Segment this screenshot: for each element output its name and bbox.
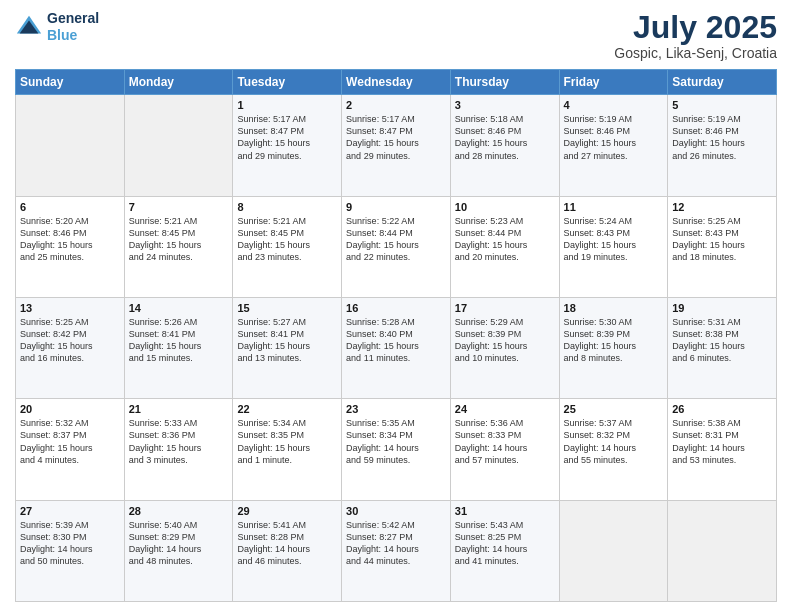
calendar-cell: 13Sunrise: 5:25 AM Sunset: 8:42 PM Dayli… bbox=[16, 297, 125, 398]
calendar-cell: 2Sunrise: 5:17 AM Sunset: 8:47 PM Daylig… bbox=[342, 95, 451, 196]
cell-content: Sunrise: 5:22 AM Sunset: 8:44 PM Dayligh… bbox=[346, 215, 446, 264]
day-number: 27 bbox=[20, 505, 120, 517]
cell-content: Sunrise: 5:39 AM Sunset: 8:30 PM Dayligh… bbox=[20, 519, 120, 568]
logo: General Blue bbox=[15, 10, 99, 44]
day-number: 29 bbox=[237, 505, 337, 517]
calendar-cell: 27Sunrise: 5:39 AM Sunset: 8:30 PM Dayli… bbox=[16, 500, 125, 601]
calendar-cell: 19Sunrise: 5:31 AM Sunset: 8:38 PM Dayli… bbox=[668, 297, 777, 398]
day-number: 15 bbox=[237, 302, 337, 314]
day-number: 13 bbox=[20, 302, 120, 314]
calendar-week-row: 27Sunrise: 5:39 AM Sunset: 8:30 PM Dayli… bbox=[16, 500, 777, 601]
cell-content: Sunrise: 5:25 AM Sunset: 8:43 PM Dayligh… bbox=[672, 215, 772, 264]
calendar-cell: 15Sunrise: 5:27 AM Sunset: 8:41 PM Dayli… bbox=[233, 297, 342, 398]
day-number: 4 bbox=[564, 99, 664, 111]
calendar-cell: 5Sunrise: 5:19 AM Sunset: 8:46 PM Daylig… bbox=[668, 95, 777, 196]
cell-content: Sunrise: 5:19 AM Sunset: 8:46 PM Dayligh… bbox=[564, 113, 664, 162]
day-number: 9 bbox=[346, 201, 446, 213]
calendar-cell: 29Sunrise: 5:41 AM Sunset: 8:28 PM Dayli… bbox=[233, 500, 342, 601]
day-number: 12 bbox=[672, 201, 772, 213]
calendar-cell: 26Sunrise: 5:38 AM Sunset: 8:31 PM Dayli… bbox=[668, 399, 777, 500]
calendar-day-header: Thursday bbox=[450, 70, 559, 95]
calendar-table: SundayMondayTuesdayWednesdayThursdayFrid… bbox=[15, 69, 777, 602]
page: General Blue July 2025 Gospic, Lika-Senj… bbox=[0, 0, 792, 612]
calendar-cell: 12Sunrise: 5:25 AM Sunset: 8:43 PM Dayli… bbox=[668, 196, 777, 297]
calendar-cell: 20Sunrise: 5:32 AM Sunset: 8:37 PM Dayli… bbox=[16, 399, 125, 500]
calendar-cell: 18Sunrise: 5:30 AM Sunset: 8:39 PM Dayli… bbox=[559, 297, 668, 398]
calendar-day-header: Tuesday bbox=[233, 70, 342, 95]
cell-content: Sunrise: 5:21 AM Sunset: 8:45 PM Dayligh… bbox=[237, 215, 337, 264]
day-number: 18 bbox=[564, 302, 664, 314]
calendar-cell: 24Sunrise: 5:36 AM Sunset: 8:33 PM Dayli… bbox=[450, 399, 559, 500]
calendar-cell: 31Sunrise: 5:43 AM Sunset: 8:25 PM Dayli… bbox=[450, 500, 559, 601]
day-number: 23 bbox=[346, 403, 446, 415]
calendar-header-row: SundayMondayTuesdayWednesdayThursdayFrid… bbox=[16, 70, 777, 95]
cell-content: Sunrise: 5:32 AM Sunset: 8:37 PM Dayligh… bbox=[20, 417, 120, 466]
cell-content: Sunrise: 5:21 AM Sunset: 8:45 PM Dayligh… bbox=[129, 215, 229, 264]
title-block: July 2025 Gospic, Lika-Senj, Croatia bbox=[614, 10, 777, 61]
cell-content: Sunrise: 5:37 AM Sunset: 8:32 PM Dayligh… bbox=[564, 417, 664, 466]
cell-content: Sunrise: 5:41 AM Sunset: 8:28 PM Dayligh… bbox=[237, 519, 337, 568]
logo-line1: General bbox=[47, 10, 99, 27]
cell-content: Sunrise: 5:17 AM Sunset: 8:47 PM Dayligh… bbox=[237, 113, 337, 162]
calendar-week-row: 20Sunrise: 5:32 AM Sunset: 8:37 PM Dayli… bbox=[16, 399, 777, 500]
day-number: 26 bbox=[672, 403, 772, 415]
cell-content: Sunrise: 5:42 AM Sunset: 8:27 PM Dayligh… bbox=[346, 519, 446, 568]
day-number: 2 bbox=[346, 99, 446, 111]
day-number: 17 bbox=[455, 302, 555, 314]
logo-text: General Blue bbox=[47, 10, 99, 44]
calendar-cell bbox=[559, 500, 668, 601]
cell-content: Sunrise: 5:36 AM Sunset: 8:33 PM Dayligh… bbox=[455, 417, 555, 466]
calendar-day-header: Wednesday bbox=[342, 70, 451, 95]
calendar-cell: 9Sunrise: 5:22 AM Sunset: 8:44 PM Daylig… bbox=[342, 196, 451, 297]
day-number: 21 bbox=[129, 403, 229, 415]
calendar-week-row: 6Sunrise: 5:20 AM Sunset: 8:46 PM Daylig… bbox=[16, 196, 777, 297]
calendar-week-row: 1Sunrise: 5:17 AM Sunset: 8:47 PM Daylig… bbox=[16, 95, 777, 196]
calendar-cell bbox=[668, 500, 777, 601]
day-number: 28 bbox=[129, 505, 229, 517]
calendar-cell: 23Sunrise: 5:35 AM Sunset: 8:34 PM Dayli… bbox=[342, 399, 451, 500]
calendar-cell: 21Sunrise: 5:33 AM Sunset: 8:36 PM Dayli… bbox=[124, 399, 233, 500]
cell-content: Sunrise: 5:38 AM Sunset: 8:31 PM Dayligh… bbox=[672, 417, 772, 466]
day-number: 6 bbox=[20, 201, 120, 213]
day-number: 8 bbox=[237, 201, 337, 213]
calendar-cell: 8Sunrise: 5:21 AM Sunset: 8:45 PM Daylig… bbox=[233, 196, 342, 297]
day-number: 19 bbox=[672, 302, 772, 314]
cell-content: Sunrise: 5:17 AM Sunset: 8:47 PM Dayligh… bbox=[346, 113, 446, 162]
cell-content: Sunrise: 5:43 AM Sunset: 8:25 PM Dayligh… bbox=[455, 519, 555, 568]
calendar-day-header: Monday bbox=[124, 70, 233, 95]
cell-content: Sunrise: 5:28 AM Sunset: 8:40 PM Dayligh… bbox=[346, 316, 446, 365]
calendar-cell: 3Sunrise: 5:18 AM Sunset: 8:46 PM Daylig… bbox=[450, 95, 559, 196]
calendar-cell: 7Sunrise: 5:21 AM Sunset: 8:45 PM Daylig… bbox=[124, 196, 233, 297]
day-number: 7 bbox=[129, 201, 229, 213]
cell-content: Sunrise: 5:29 AM Sunset: 8:39 PM Dayligh… bbox=[455, 316, 555, 365]
calendar-cell: 28Sunrise: 5:40 AM Sunset: 8:29 PM Dayli… bbox=[124, 500, 233, 601]
cell-content: Sunrise: 5:40 AM Sunset: 8:29 PM Dayligh… bbox=[129, 519, 229, 568]
calendar-cell: 30Sunrise: 5:42 AM Sunset: 8:27 PM Dayli… bbox=[342, 500, 451, 601]
calendar-cell: 10Sunrise: 5:23 AM Sunset: 8:44 PM Dayli… bbox=[450, 196, 559, 297]
cell-content: Sunrise: 5:18 AM Sunset: 8:46 PM Dayligh… bbox=[455, 113, 555, 162]
cell-content: Sunrise: 5:35 AM Sunset: 8:34 PM Dayligh… bbox=[346, 417, 446, 466]
cell-content: Sunrise: 5:20 AM Sunset: 8:46 PM Dayligh… bbox=[20, 215, 120, 264]
calendar-cell: 25Sunrise: 5:37 AM Sunset: 8:32 PM Dayli… bbox=[559, 399, 668, 500]
calendar-day-header: Sunday bbox=[16, 70, 125, 95]
cell-content: Sunrise: 5:30 AM Sunset: 8:39 PM Dayligh… bbox=[564, 316, 664, 365]
cell-content: Sunrise: 5:26 AM Sunset: 8:41 PM Dayligh… bbox=[129, 316, 229, 365]
calendar-cell bbox=[124, 95, 233, 196]
calendar-cell: 4Sunrise: 5:19 AM Sunset: 8:46 PM Daylig… bbox=[559, 95, 668, 196]
logo-icon bbox=[15, 13, 43, 41]
cell-content: Sunrise: 5:31 AM Sunset: 8:38 PM Dayligh… bbox=[672, 316, 772, 365]
cell-content: Sunrise: 5:27 AM Sunset: 8:41 PM Dayligh… bbox=[237, 316, 337, 365]
calendar-day-header: Friday bbox=[559, 70, 668, 95]
calendar-cell: 6Sunrise: 5:20 AM Sunset: 8:46 PM Daylig… bbox=[16, 196, 125, 297]
cell-content: Sunrise: 5:25 AM Sunset: 8:42 PM Dayligh… bbox=[20, 316, 120, 365]
calendar-week-row: 13Sunrise: 5:25 AM Sunset: 8:42 PM Dayli… bbox=[16, 297, 777, 398]
calendar-cell: 11Sunrise: 5:24 AM Sunset: 8:43 PM Dayli… bbox=[559, 196, 668, 297]
location: Gospic, Lika-Senj, Croatia bbox=[614, 45, 777, 61]
day-number: 14 bbox=[129, 302, 229, 314]
cell-content: Sunrise: 5:19 AM Sunset: 8:46 PM Dayligh… bbox=[672, 113, 772, 162]
calendar-cell: 17Sunrise: 5:29 AM Sunset: 8:39 PM Dayli… bbox=[450, 297, 559, 398]
day-number: 24 bbox=[455, 403, 555, 415]
day-number: 1 bbox=[237, 99, 337, 111]
day-number: 25 bbox=[564, 403, 664, 415]
logo-line2: Blue bbox=[47, 27, 99, 44]
